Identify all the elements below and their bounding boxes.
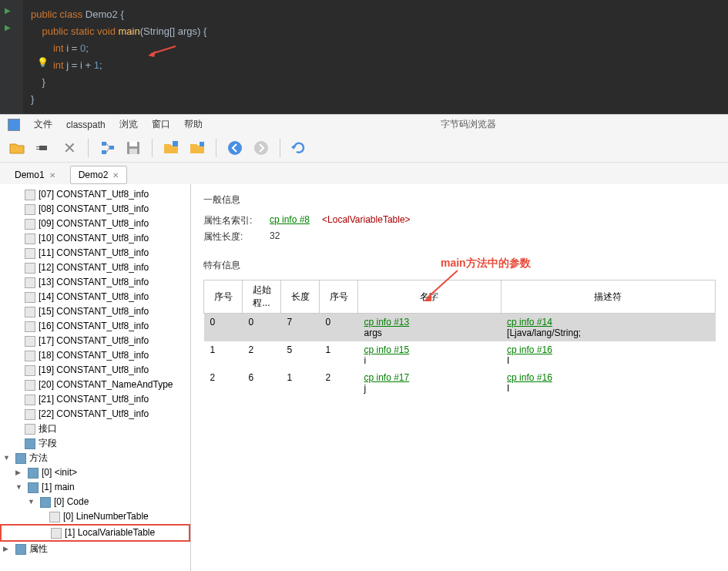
tree-constant-item[interactable]: [14] CONSTANT_Utf8_info — [0, 290, 190, 304]
cp-info-link[interactable]: cp info #14 — [507, 317, 552, 327]
separator — [152, 139, 153, 157]
cp-info-link[interactable]: cp info #16 — [507, 344, 552, 355]
svg-rect-10 — [129, 149, 137, 154]
tree-constant-item[interactable]: [17] CONSTANT_Utf8_info — [0, 334, 190, 348]
cp-info-link[interactable]: cp info #8 — [270, 214, 310, 227]
menubar: 文件 classpath 浏览 窗口 帮助 字节码浏览器 — [0, 115, 728, 134]
open-icon[interactable] — [6, 137, 28, 159]
menu-file[interactable]: 文件 — [34, 118, 52, 131]
code-line-4[interactable]: int j = i + 1; — [0, 57, 728, 74]
tree-constant-item[interactable]: [20] CONSTANT_NameAndType — [0, 378, 190, 392]
save-icon[interactable] — [122, 137, 144, 159]
col-desc[interactable]: 描述符 — [501, 280, 715, 314]
name-index-row: 属性名索引: cp info #8 <LocalVariableTable> — [203, 214, 716, 227]
cp-info-link[interactable]: cp info #13 — [364, 317, 410, 327]
svg-marker-1 — [148, 51, 156, 57]
table-row[interactable]: 1251cp info #15icp info #16I — [204, 341, 716, 369]
tree-constant-item[interactable]: [15] CONSTANT_Utf8_info — [0, 304, 190, 319]
tab-demo2[interactable]: Demo2✕ — [70, 166, 128, 184]
folder2-icon[interactable] — [186, 137, 208, 159]
col-slot[interactable]: 序号 — [320, 280, 358, 314]
svg-rect-12 — [200, 142, 204, 146]
plug-icon[interactable] — [32, 137, 54, 159]
constant-pool-items: [07] CONSTANT_Utf8_info[08] CONSTANT_Utf… — [0, 187, 190, 422]
close-icon[interactable]: ✕ — [49, 171, 55, 180]
tree-constant-item[interactable]: [12] CONSTANT_Utf8_info — [0, 260, 190, 275]
close-icon[interactable]: ✕ — [59, 137, 80, 159]
toolbar: ✕ — [0, 134, 728, 163]
tree-code[interactable]: ▼[0] Code — [0, 495, 190, 509]
col-length[interactable]: 长度 — [281, 280, 320, 314]
code-line-5[interactable]: } — [0, 74, 728, 91]
tree-linenumber-table[interactable]: [0] LineNumberTable — [0, 509, 190, 524]
tree-constant-item[interactable]: [22] CONSTANT_Utf8_info — [0, 407, 190, 422]
tree-method-init[interactable]: ▶[0] <init> — [0, 465, 190, 480]
svg-point-13 — [228, 141, 242, 155]
app-icon — [8, 119, 20, 131]
svg-rect-11 — [173, 141, 178, 146]
menu-browse[interactable]: 浏览 — [119, 118, 138, 131]
lightbulb-icon[interactable]: 💡 — [37, 57, 49, 68]
tree-attrs[interactable]: ▶属性 — [0, 542, 190, 556]
bytecode-browser: 文件 classpath 浏览 窗口 帮助 字节码浏览器 ✕ Demo1✕ De… — [0, 114, 728, 571]
tree-constant-item[interactable]: [18] CONSTANT_Utf8_info — [0, 348, 190, 363]
code-line-2[interactable]: public static void main(String[] args) { — [0, 23, 728, 40]
menu-classpath[interactable]: classpath — [66, 119, 106, 130]
code-line-6[interactable]: } — [0, 91, 728, 108]
run-class-icon[interactable]: ▶ — [5, 6, 11, 15]
separator — [88, 139, 89, 157]
refresh-icon[interactable] — [288, 137, 310, 159]
cp-info-link[interactable]: cp info #15 — [364, 344, 410, 355]
tree-icon[interactable] — [96, 137, 118, 159]
tree-panel[interactable]: [07] CONSTANT_Utf8_info[08] CONSTANT_Utf… — [0, 184, 191, 571]
col-start[interactable]: 起始程... — [243, 280, 281, 314]
tree-constant-item[interactable]: [09] CONSTANT_Utf8_info — [0, 217, 190, 231]
window-title: 字节码浏览器 — [216, 118, 720, 131]
tree-constant-item[interactable]: [11] CONSTANT_Utf8_info — [0, 246, 190, 260]
col-index[interactable]: 序号 — [204, 280, 243, 314]
gutter: ▶ ▶ — [0, 0, 23, 114]
cp-info-link[interactable]: cp info #16 — [507, 372, 552, 383]
tree-constant-item[interactable]: [07] CONSTANT_Utf8_info — [0, 187, 190, 202]
run-method-icon[interactable]: ▶ — [5, 23, 11, 32]
menu-window[interactable]: 窗口 — [152, 118, 170, 131]
table-row[interactable]: 2612cp info #17jcp info #16I — [204, 369, 716, 397]
tree-constant-item[interactable]: [19] CONSTANT_Utf8_info — [0, 363, 190, 378]
folder1-icon[interactable] — [160, 137, 182, 159]
svg-point-14 — [254, 141, 268, 155]
menu-help[interactable]: 帮助 — [184, 118, 203, 131]
name-index-tag: <LocalVariableTable> — [322, 214, 411, 227]
tree-constant-item[interactable]: [16] CONSTANT_Utf8_info — [0, 319, 190, 334]
main-area: [07] CONSTANT_Utf8_info[08] CONSTANT_Utf… — [0, 184, 728, 571]
tree-interface[interactable]: 接口 — [0, 422, 190, 436]
annotation-arrow-2 — [419, 267, 465, 306]
forward-icon[interactable] — [250, 137, 272, 159]
svg-marker-15 — [291, 145, 294, 149]
tree-constant-item[interactable]: [10] CONSTANT_Utf8_info — [0, 231, 190, 246]
code-line-1[interactable]: public class Demo2 { — [0, 6, 728, 23]
file-tabs: Demo1✕ Demo2✕ — [0, 163, 728, 184]
cp-info-link[interactable]: cp info #17 — [364, 372, 410, 383]
tree-method-main[interactable]: ▼[1] main — [0, 480, 190, 495]
svg-marker-17 — [424, 294, 431, 301]
length-row: 属性长度: 32 — [203, 230, 716, 244]
separator — [216, 139, 216, 157]
separator — [280, 139, 280, 157]
tree-constant-item[interactable]: [13] CONSTANT_Utf8_info — [0, 275, 190, 290]
code-editor[interactable]: ▶ ▶ public class Demo2 { public static v… — [0, 0, 728, 114]
table-row[interactable]: 0070cp info #13argscp info #14[Ljava/lan… — [204, 314, 716, 342]
code-line-3[interactable]: int i = 0; — [0, 40, 728, 57]
tree-constant-item[interactable]: [08] CONSTANT_Utf8_info — [0, 202, 190, 217]
close-icon[interactable]: ✕ — [112, 171, 119, 180]
svg-rect-5 — [102, 142, 106, 146]
svg-rect-3 — [36, 146, 39, 147]
back-icon[interactable] — [224, 137, 246, 159]
tab-demo1[interactable]: Demo1✕ — [6, 166, 64, 184]
svg-rect-7 — [109, 146, 114, 149]
tree-methods[interactable]: ▼方法 — [0, 451, 190, 465]
tree-localvariable-table[interactable]: [1] LocalVariableTable — [0, 524, 190, 542]
tree-fields[interactable]: 字段 — [0, 436, 190, 451]
tree-constant-item[interactable]: [21] CONSTANT_Utf8_info — [0, 392, 190, 407]
detail-panel: 一般信息 属性名索引: cp info #8 <LocalVariableTab… — [191, 184, 728, 571]
svg-rect-6 — [102, 150, 106, 154]
